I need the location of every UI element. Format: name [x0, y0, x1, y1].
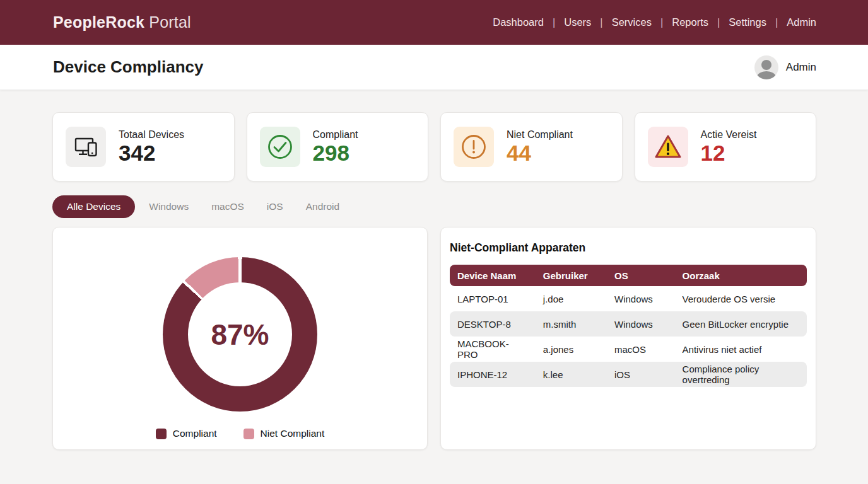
column-header-os: OS: [607, 265, 675, 286]
warning-triangle-icon: [648, 127, 688, 167]
tab-windows[interactable]: Windows: [138, 195, 200, 218]
non-compliant-devices-table: Device Naam Gebruiker OS Oorzaak LAPTOP-…: [450, 265, 807, 387]
non-compliant-devices-panel: Niet-Compliant Apparaten Device Naam Geb…: [440, 227, 816, 450]
compliance-donut-panel: 87% Compliant Niet Compliant: [52, 227, 428, 450]
stat-card-compliant: Compliant 298: [247, 112, 429, 182]
chart-legend: Compliant Niet Compliant: [156, 428, 324, 439]
nav-separator: |: [717, 16, 720, 28]
main-nav: Dashboard | Users | Services | Reports |…: [493, 16, 816, 28]
stat-value: 44: [507, 142, 573, 165]
cell-cause: Verouderde OS versie: [675, 286, 807, 311]
legend-label: Niet Compliant: [261, 428, 325, 439]
stat-value: 342: [119, 142, 184, 165]
legend-label: Compliant: [173, 428, 217, 439]
nav-separator: |: [553, 16, 555, 28]
cell-cause: Antivirus niet actief: [675, 337, 807, 362]
table-row[interactable]: MACBOOK-PRO a.jones macOS Antivirus niet…: [450, 337, 807, 362]
cell-device: LAPTOP-01: [450, 286, 536, 311]
stat-text: Compliant 298: [313, 129, 358, 165]
donut-center-label: 87%: [211, 318, 269, 352]
legend-swatch-niet-compliant: [243, 429, 254, 439]
stat-label: Totaal Devices: [119, 129, 184, 141]
page-title: Device Compliancy: [53, 57, 203, 77]
table-row[interactable]: IPHONE-12 k.lee iOS Compliance policy ov…: [450, 362, 807, 387]
donut-chart: 87%: [163, 257, 317, 412]
nav-separator: |: [660, 16, 663, 28]
stat-label: Compliant: [313, 129, 358, 141]
stat-card-actie-vereist: Actie Vereist 12: [635, 112, 817, 182]
cell-device: IPHONE-12: [450, 362, 536, 387]
nav-item-settings[interactable]: Settings: [729, 16, 766, 28]
device-filter-tabs: Alle Devices Windows macOS iOS Android: [52, 195, 816, 218]
nav-separator: |: [775, 16, 778, 28]
stat-text: Actie Vereist 12: [701, 129, 757, 165]
cell-user: k.lee: [536, 362, 607, 387]
column-header-user: Gebruiker: [536, 265, 607, 286]
tab-ios[interactable]: iOS: [255, 195, 295, 218]
nav-item-users[interactable]: Users: [564, 16, 591, 28]
legend-swatch-compliant: [156, 429, 167, 439]
page-header: Device Compliancy Admin: [0, 45, 868, 90]
nav-item-reports[interactable]: Reports: [672, 16, 708, 28]
dashboard-content: Totaal Devices 342 Compliant 298: [0, 90, 868, 450]
nav-item-dashboard[interactable]: Dashboard: [493, 16, 544, 28]
nav-item-services[interactable]: Services: [612, 16, 652, 28]
cell-os: Windows: [607, 286, 675, 311]
devices-icon: [66, 127, 106, 167]
avatar: [754, 55, 778, 79]
stat-text: Totaal Devices 342: [119, 129, 184, 165]
table-header-row: Device Naam Gebruiker OS Oorzaak: [450, 265, 807, 286]
app-logo[interactable]: PeopleRock Portal: [53, 13, 191, 32]
cell-user: m.smith: [536, 311, 607, 337]
cell-user: j.doe: [536, 286, 607, 311]
table-row[interactable]: LAPTOP-01 j.doe Windows Verouderde OS ve…: [450, 286, 807, 311]
table-title: Niet-Compliant Apparaten: [450, 241, 807, 255]
legend-item-compliant: Compliant: [156, 428, 217, 439]
user-menu[interactable]: Admin: [754, 55, 816, 79]
cell-os: Windows: [607, 311, 675, 337]
cell-cause: Compliance policy overtreding: [675, 362, 807, 387]
cell-device: MACBOOK-PRO: [450, 337, 536, 362]
stat-cards-row: Totaal Devices 342 Compliant 298: [52, 112, 816, 182]
stat-value: 12: [701, 142, 757, 165]
column-header-device: Device Naam: [450, 265, 536, 286]
stat-card-total-devices: Totaal Devices 342: [52, 112, 235, 182]
top-nav-bar: PeopleRock Portal Dashboard | Users | Se…: [0, 0, 868, 45]
cell-os: macOS: [607, 337, 675, 362]
brand-suffix: Portal: [149, 13, 191, 31]
cell-os: iOS: [607, 362, 675, 387]
tab-android[interactable]: Android: [295, 195, 351, 218]
stat-card-niet-compliant: Niet Compliant 44: [440, 112, 623, 182]
nav-separator: |: [600, 16, 602, 28]
cell-cause: Geen BitLocker encryptie: [675, 311, 807, 337]
column-header-cause: Oorzaak: [675, 265, 807, 286]
table-row[interactable]: DESKTOP-8 m.smith Windows Geen BitLocker…: [450, 311, 807, 337]
exclamation-circle-icon: [454, 127, 494, 167]
cell-device: DESKTOP-8: [450, 311, 536, 337]
legend-item-niet-compliant: Niet Compliant: [243, 428, 325, 439]
main-panels: 87% Compliant Niet Compliant Niet-Compli…: [52, 227, 816, 450]
check-circle-icon: [260, 127, 300, 167]
tab-alle-devices[interactable]: Alle Devices: [52, 195, 135, 218]
stat-label: Actie Vereist: [701, 129, 757, 141]
tab-macos[interactable]: macOS: [200, 195, 255, 218]
stat-value: 298: [313, 142, 358, 165]
cell-user: a.jones: [536, 337, 607, 362]
stat-label: Niet Compliant: [507, 129, 573, 141]
user-name: Admin: [786, 61, 816, 74]
brand-name: PeopleRock: [53, 13, 144, 31]
nav-item-admin[interactable]: Admin: [787, 16, 816, 28]
stat-text: Niet Compliant 44: [507, 129, 573, 165]
